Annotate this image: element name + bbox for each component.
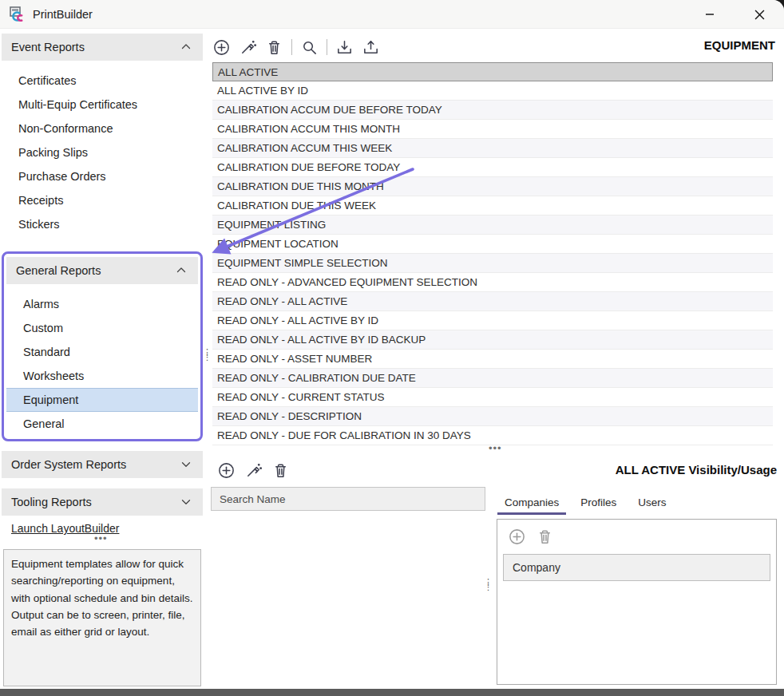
sidebar-item-receipts[interactable]: Receipts (2, 188, 203, 212)
template-row-read-only-all-active-by-id[interactable]: READ ONLY - ALL ACTIVE BY ID (212, 311, 773, 330)
import-icon[interactable] (335, 38, 354, 57)
template-row-calibration-accum-this-week[interactable]: CALIBRATION ACCUM THIS WEEK (212, 139, 773, 158)
section-label: Tooling Reports (11, 496, 92, 508)
sidebar-item-stickers[interactable]: Stickers (2, 212, 203, 236)
sidebar-section-event-reports: Event ReportsCertificatesMulti-Equip Cer… (2, 34, 203, 239)
sidebar-item-custom[interactable]: Custom (6, 316, 198, 340)
companies-panel: Company (497, 519, 777, 685)
sidebar-item-equipment[interactable]: Equipment (6, 388, 198, 412)
sidebar-item-worksheets[interactable]: Worksheets (6, 364, 198, 388)
tab-users[interactable]: Users (638, 496, 666, 515)
chevron-down-icon (179, 457, 193, 472)
companies-toolbar (497, 520, 776, 546)
delete-icon[interactable] (265, 38, 283, 57)
add-icon[interactable] (217, 461, 236, 480)
minimize-button[interactable] (685, 0, 735, 29)
chevron-up-icon (174, 263, 188, 278)
window-title: PrintBuilder (33, 8, 93, 21)
template-row-all-active-by-id[interactable]: ALL ACTIVE BY ID (212, 81, 773, 101)
template-row-equipment-simple-selection[interactable]: EQUIPMENT SIMPLE SELECTION (212, 254, 773, 273)
taskbar-edge (0, 689, 784, 696)
delete-icon[interactable] (536, 528, 554, 546)
template-row-calibration-accum-due-before-today[interactable]: CALIBRATION ACCUM DUE BEFORE TODAY (212, 101, 773, 120)
section-label: Order System Reports (11, 458, 126, 471)
template-row-read-only-current-status[interactable]: READ ONLY - CURRENT STATUS (212, 388, 773, 407)
sidebar-section-order-system-reports: Order System Reports (2, 451, 203, 478)
sidebar-item-purchase-orders[interactable]: Purchase Orders (2, 164, 203, 188)
minimize-icon (705, 10, 715, 19)
template-row-calibration-due-before-today[interactable]: CALIBRATION DUE BEFORE TODAY (212, 158, 773, 177)
section-items: CertificatesMulti-Equip CertificatesNon-… (2, 61, 203, 239)
template-row-read-only-asset-number[interactable]: READ ONLY - ASSET NUMBER (212, 350, 773, 369)
section-label: Event Reports (11, 41, 85, 53)
template-row-calibration-due-this-month[interactable]: CALIBRATION DUE THIS MONTH (212, 177, 773, 196)
sidebar-section-general-reports: General ReportsAlarmsCustomStandardWorks… (2, 251, 203, 441)
template-row-equipment-location[interactable]: EQUIPMENT LOCATION (212, 235, 773, 254)
template-toolbar (212, 35, 776, 59)
bottom-panel-splitter[interactable]: ⋮⋮ (484, 579, 493, 589)
template-row-read-only-description[interactable]: READ ONLY - DESCRIPTION (212, 407, 773, 426)
template-row-read-only-calibration-due-date[interactable]: READ ONLY - CALIBRATION DUE DATE (212, 369, 773, 388)
add-icon[interactable] (508, 528, 526, 546)
template-row-read-only-all-active-by-id-backup[interactable]: READ ONLY - ALL ACTIVE BY ID BACKUP (212, 330, 773, 350)
template-description-box: Equipment templates allow for quick sear… (3, 549, 201, 686)
section-header-general-reports[interactable]: General Reports (6, 257, 198, 284)
sidebar-item-non-conformance[interactable]: Non-Conformance (2, 117, 203, 140)
visibility-usage-title: ALL ACTIVE Visibility/Usage (616, 463, 777, 477)
close-button[interactable] (735, 0, 784, 29)
visibility-tabs: CompaniesProfilesUsers (505, 496, 667, 515)
section-header-tooling-reports[interactable]: Tooling Reports (2, 488, 203, 516)
edit-wand-icon[interactable] (239, 38, 257, 57)
edit-wand-icon[interactable] (244, 461, 263, 480)
search-icon[interactable] (300, 38, 319, 57)
chevron-down-icon (179, 495, 193, 509)
sidebar-item-multi-equip-certificates[interactable]: Multi-Equip Certificates (2, 93, 203, 117)
delete-icon[interactable] (271, 461, 290, 480)
template-row-read-only-advanced-equipment-selection[interactable]: READ ONLY - ADVANCED EQUIPMENT SELECTION (212, 273, 773, 292)
template-row-equipment-listing[interactable]: EQUIPMENT LISTING (212, 216, 773, 235)
template-row-all-active[interactable]: ALL ACTIVE (212, 62, 773, 81)
search-name-input[interactable] (211, 487, 485, 511)
sidebar-splitter[interactable]: ⋮⋮ (203, 350, 212, 359)
template-row-calibration-accum-this-month[interactable]: CALIBRATION ACCUM THIS MONTH (212, 120, 773, 139)
horizontal-splitter[interactable]: ••• (489, 445, 502, 452)
export-icon[interactable] (362, 38, 380, 57)
sidebar-item-alarms[interactable]: Alarms (6, 292, 198, 316)
section-header-order-system-reports[interactable]: Order System Reports (2, 451, 203, 478)
section-label: General Reports (16, 264, 101, 277)
tab-profiles[interactable]: Profiles (580, 496, 616, 515)
sidebar-overflow-dots[interactable]: ••• (94, 536, 108, 542)
tab-companies[interactable]: Companies (505, 496, 559, 515)
template-row-calibration-due-this-week[interactable]: CALIBRATION DUE THIS WEEK (212, 196, 773, 216)
section-items: AlarmsCustomStandardWorksheetsEquipmentG… (6, 284, 198, 439)
sidebar: Event ReportsCertificatesMulti-Equip Cer… (0, 30, 206, 696)
section-header-event-reports[interactable]: Event Reports (2, 34, 203, 61)
chevron-up-icon (179, 40, 193, 54)
add-icon[interactable] (212, 38, 231, 57)
name-list-toolbar (217, 461, 290, 480)
template-row-read-only-all-active[interactable]: READ ONLY - ALL ACTIVE (212, 292, 773, 311)
sidebar-item-general[interactable]: General (6, 412, 198, 436)
toolbar-separator (327, 39, 327, 55)
category-header: EQUIPMENT (704, 38, 775, 52)
sidebar-item-standard[interactable]: Standard (6, 340, 198, 364)
title-bar: PrintBuilder (0, 0, 784, 29)
app-icon (10, 6, 26, 22)
close-icon (754, 10, 765, 20)
template-list: ALL ACTIVEALL ACTIVE BY IDCALIBRATION AC… (212, 62, 773, 445)
printbuilder-window: PrintBuilder Event ReportsCertificatesMu… (0, 0, 784, 696)
sidebar-section-tooling-reports: Tooling Reports (2, 488, 203, 516)
toolbar-separator (291, 39, 292, 55)
sidebar-item-certificates[interactable]: Certificates (2, 69, 203, 93)
sidebar-item-packing-slips[interactable]: Packing Slips (2, 140, 203, 164)
company-column-header[interactable]: Company (503, 554, 770, 581)
